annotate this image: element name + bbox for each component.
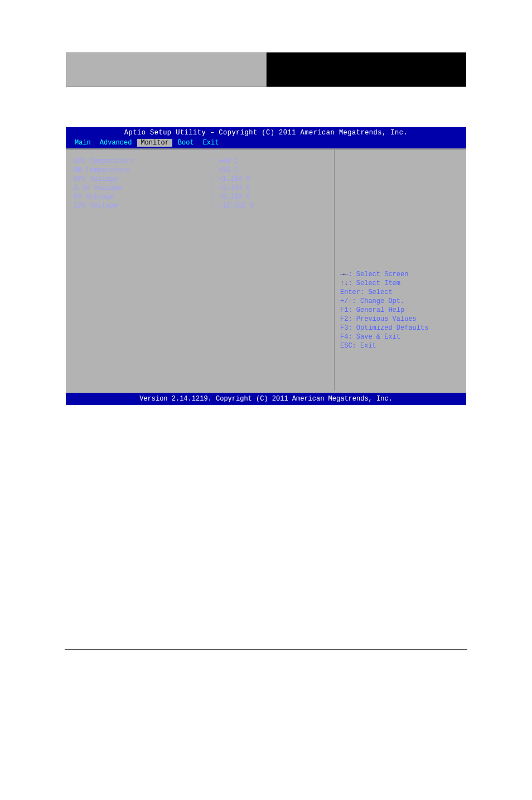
help-enter: Enter: Select <box>340 288 461 297</box>
bios-left-panel: CPU Temperature : +40 C MB Temperature :… <box>66 150 335 391</box>
monitor-label: 5V Voltage <box>74 192 210 201</box>
bios-title-bar: Aptio Setup Utility – Copyright (C) 2011… <box>66 127 466 138</box>
header-left-box <box>66 52 267 87</box>
bios-right-panel: →←: Select Screen ↑↓: Select Item Enter:… <box>335 150 466 391</box>
monitor-label: CPU Temperature <box>74 157 210 166</box>
header-right-box <box>267 52 466 87</box>
bios-main-area: CPU Temperature : +40 C MB Temperature :… <box>66 148 466 391</box>
page-divider <box>65 649 467 650</box>
help-f3: F3: Optimized Defaults <box>340 324 461 332</box>
bios-footer-bar: Version 2.14.1219. Copyright (C) 2011 Am… <box>66 391 466 405</box>
arrows-lr-icon: →← <box>340 271 348 278</box>
monitor-row: 3.3V Voltage : +3.344 V <box>74 184 326 192</box>
monitor-value: : +12.032 V <box>210 201 326 210</box>
tab-main[interactable]: Main <box>71 139 94 147</box>
bios-version-text: Version 2.14.1219. Copyright (C) 2011 Am… <box>139 395 393 403</box>
monitor-row: 12V Voltage : +12.032 V <box>74 201 326 210</box>
page-header-bar <box>66 52 466 87</box>
tab-exit[interactable]: Exit <box>200 139 223 147</box>
help-f4: F4: Save & Exit <box>340 332 461 341</box>
bios-title-text: Aptio Setup Utility – Copyright (C) 2011… <box>124 129 408 137</box>
monitor-row: 5V Voltage : +5.160 V <box>74 192 326 201</box>
tab-monitor[interactable]: Monitor <box>137 139 172 147</box>
help-change-opt: +/-: Change Opt. <box>340 297 461 306</box>
monitor-value: : +1.184 V <box>210 175 326 184</box>
help-f2: F2: Previous Values <box>340 315 461 324</box>
help-section: →←: Select Screen ↑↓: Select Item Enter:… <box>340 270 461 350</box>
monitor-label: 12V Voltage <box>74 201 210 210</box>
arrows-ud-icon: ↑↓ <box>340 279 348 287</box>
monitor-row: CPU Voltage : +1.184 V <box>74 175 326 184</box>
help-text: : Select Screen <box>348 271 408 278</box>
monitor-label: 3.3V Voltage <box>74 184 210 192</box>
bios-screenshot: Aptio Setup Utility – Copyright (C) 2011… <box>66 127 466 405</box>
monitor-value: : +32 C <box>210 166 326 175</box>
monitor-label: CPU Voltage <box>74 175 210 184</box>
help-esc: ESC: Exit <box>340 341 461 350</box>
tab-advanced[interactable]: Advanced <box>96 139 136 147</box>
monitor-label: MB Temperature <box>74 166 210 175</box>
help-text: : Select Item <box>348 279 400 287</box>
help-f1: F1: General Help <box>340 306 461 315</box>
help-select-screen: →←: Select Screen <box>340 270 461 279</box>
monitor-row: CPU Temperature : +40 C <box>74 157 326 166</box>
bios-menu-bar: Main Advanced Monitor Boot Exit <box>66 138 466 148</box>
monitor-value: : +3.344 V <box>210 184 326 192</box>
monitor-value: : +40 C <box>210 157 326 166</box>
monitor-row: MB Temperature : +32 C <box>74 166 326 175</box>
monitor-value: : +5.160 V <box>210 192 326 201</box>
help-select-item: ↑↓: Select Item <box>340 279 461 288</box>
tab-boot[interactable]: Boot <box>175 139 197 147</box>
